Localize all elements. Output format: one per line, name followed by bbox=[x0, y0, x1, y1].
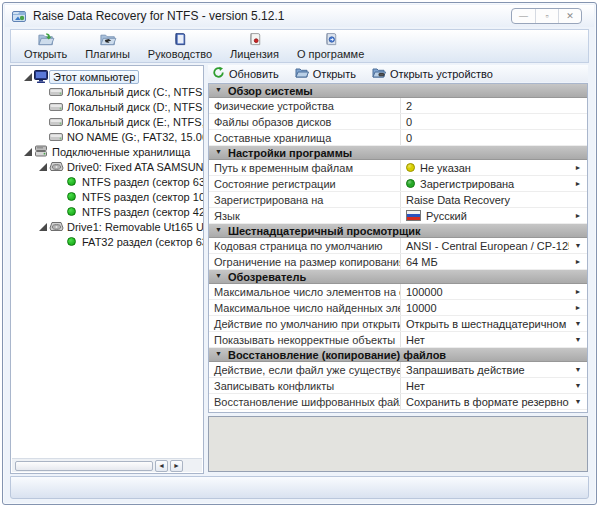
open-device-button[interactable]: Открыть устройство bbox=[372, 67, 493, 80]
property-label: Действие по умолчанию при открытии файла bbox=[209, 316, 401, 331]
property-row[interactable]: Максимальное число элементов на странице… bbox=[209, 284, 587, 300]
toolbar-button-label: Руководство bbox=[148, 48, 212, 60]
close-button[interactable]: ✕ bbox=[558, 9, 581, 23]
tree-item[interactable]: NO NAME (G:, FAT32, 15.06ГБ) bbox=[11, 129, 203, 144]
tree-item[interactable]: NTFS раздел (сектор 420340788, 97.6 bbox=[11, 204, 203, 219]
property-label: Файлы образов дисков bbox=[209, 114, 401, 129]
tree-item-label: Локальный диск (C:, NTFS, 50.69ГБ) bbox=[64, 86, 203, 98]
scroll-right-button[interactable]: ► bbox=[170, 460, 183, 472]
dropdown-arrow-icon[interactable]: ▼ bbox=[569, 336, 587, 343]
properties-toolbar: ОбновитьОткрытьОткрыть устройство bbox=[208, 65, 588, 82]
window-controls: — ▫ ✕ bbox=[511, 8, 582, 24]
tree-item[interactable]: FAT32 раздел (сектор 63, 15.06ГБ) bbox=[11, 234, 203, 249]
section-title: Обзор системы bbox=[228, 85, 313, 97]
section-header[interactable]: ▼Обозреватель bbox=[209, 270, 587, 284]
open-store-button[interactable]: Открыть bbox=[295, 67, 356, 80]
tree-item[interactable]: NTFS раздел (сектор 106318233, 149. bbox=[11, 189, 203, 204]
property-row[interactable]: Физические устройства2 bbox=[209, 98, 587, 114]
dropdown-arrow-icon[interactable]: ▼ bbox=[569, 320, 587, 327]
property-row[interactable]: ЯзыкРусский► bbox=[209, 208, 587, 224]
edit-arrow-icon[interactable]: ► bbox=[569, 164, 587, 171]
property-row[interactable]: Действие по умолчанию при открытии файла… bbox=[209, 316, 587, 332]
property-row[interactable]: Записывать конфликтыНет▼ bbox=[209, 378, 587, 394]
title-bar[interactable]: Raise Data Recovery for NTFS - version 5… bbox=[5, 5, 594, 27]
property-row[interactable]: Состояние регистрацииЗарегистрирована► bbox=[209, 176, 587, 192]
expander-icon[interactable] bbox=[38, 162, 48, 172]
tree-item-label: NTFS раздел (сектор 420340788, 97.6 bbox=[79, 206, 203, 218]
property-row[interactable]: Ограничение на размер копирования64 МБ► bbox=[209, 254, 587, 270]
property-value: Зарегистрирована bbox=[420, 178, 514, 190]
refresh-icon bbox=[212, 66, 225, 79]
partition-status-icon bbox=[67, 177, 76, 186]
property-value: Русский bbox=[426, 210, 467, 222]
tree-item[interactable]: Drive0: Fixed ATA SAMSUNG HD321KJ bbox=[11, 159, 203, 174]
expander-icon[interactable] bbox=[23, 72, 33, 82]
collapse-icon: ▼ bbox=[215, 148, 222, 155]
property-row[interactable]: Показывать некорректные объектыНет▼ bbox=[209, 332, 587, 348]
edit-arrow-icon[interactable]: ► bbox=[569, 288, 587, 295]
property-row[interactable]: Файлы образов дисков0 bbox=[209, 114, 587, 130]
open-folder-icon bbox=[295, 67, 309, 78]
maximize-button[interactable]: ▫ bbox=[535, 9, 558, 23]
minimize-button[interactable]: — bbox=[512, 9, 535, 23]
edit-arrow-icon[interactable]: ► bbox=[569, 180, 587, 187]
physical-drive-icon bbox=[49, 161, 64, 172]
partition-status-icon bbox=[67, 237, 76, 246]
section-header[interactable]: ▼Шестнадцатеричный просмотрщик bbox=[209, 224, 587, 238]
dropdown-arrow-icon[interactable]: ▼ bbox=[569, 398, 587, 405]
tree-item[interactable]: Этот компьютер bbox=[11, 69, 203, 84]
dropdown-arrow-icon[interactable]: ▼ bbox=[569, 382, 587, 389]
property-row[interactable]: Действие, если файл уже существуетЗапраш… bbox=[209, 362, 587, 378]
edit-arrow-icon[interactable]: ► bbox=[569, 304, 587, 311]
scrollbar-thumb[interactable] bbox=[15, 461, 153, 471]
property-row[interactable]: Максимальное число найденных элементов в… bbox=[209, 300, 587, 316]
property-row[interactable]: Зарегистрирована наRaise Data Recovery bbox=[209, 192, 587, 208]
tree-item-label: Локальный диск (D:, NTFS, 149.73ГБ) bbox=[64, 101, 203, 113]
manual-icon bbox=[168, 32, 192, 47]
computer-icon bbox=[34, 70, 48, 83]
property-row[interactable]: Путь к временным файламНе указан► bbox=[209, 160, 587, 176]
property-row[interactable]: Восстановление шифрованных файлов на NTF… bbox=[209, 394, 587, 410]
status-bullet-icon bbox=[406, 179, 415, 188]
dropdown-arrow-icon[interactable]: ▼ bbox=[569, 366, 587, 373]
status-bullet-icon bbox=[406, 163, 415, 172]
plugins-button[interactable]: Плагины bbox=[76, 31, 139, 61]
open-button[interactable]: Открыть bbox=[15, 31, 76, 61]
manual-button[interactable]: Руководство bbox=[139, 31, 221, 61]
expander-icon[interactable] bbox=[38, 222, 48, 232]
physical-drive-icon bbox=[49, 221, 64, 232]
about-button[interactable]: О программе bbox=[288, 31, 373, 61]
tree-item[interactable]: Drive1: Removable Ut165 USB USB2Flash bbox=[11, 219, 203, 234]
toolbar-item-label: Обновить bbox=[229, 68, 279, 80]
property-value: 100000 bbox=[406, 286, 443, 298]
collapse-icon: ▼ bbox=[215, 86, 222, 93]
tree-item[interactable]: Подключенные хранилища bbox=[11, 144, 203, 159]
tree-item[interactable]: Локальный диск (D:, NTFS, 149.73ГБ) bbox=[11, 99, 203, 114]
device-tree-panel: Этот компьютерЛокальный диск (C:, NTFS, … bbox=[10, 65, 204, 474]
property-value: 0 bbox=[406, 116, 412, 128]
edit-arrow-icon[interactable]: ► bbox=[569, 212, 587, 219]
tree-item[interactable]: NTFS раздел (сектор 63, 50.69ГБ) bbox=[11, 174, 203, 189]
tree-item[interactable]: Локальный диск (E:, NTFS, 97.65ГБ) bbox=[11, 114, 203, 129]
section-header[interactable]: ▼Обзор системы bbox=[209, 84, 587, 98]
right-pane: ОбновитьОткрытьОткрыть устройство ▼Обзор… bbox=[208, 65, 588, 474]
section-header[interactable]: ▼Настройки программы bbox=[209, 146, 587, 160]
tree-item-label: NTFS раздел (сектор 63, 50.69ГБ) bbox=[79, 176, 203, 188]
refresh-button[interactable]: Обновить bbox=[212, 66, 279, 81]
dropdown-arrow-icon[interactable]: ▼ bbox=[569, 242, 587, 249]
section-header[interactable]: ▼Восстановление (копирование) файлов bbox=[209, 348, 587, 362]
property-row[interactable]: Кодовая страница по умолчаниюANSI - Cent… bbox=[209, 238, 587, 254]
edit-arrow-icon[interactable]: ► bbox=[569, 258, 587, 265]
expander-icon[interactable] bbox=[23, 147, 33, 157]
property-label: Язык bbox=[209, 208, 401, 223]
property-label: Ограничение на размер копирования bbox=[209, 254, 401, 269]
license-button[interactable]: Лицензия bbox=[221, 31, 288, 61]
scroll-left-button[interactable]: ◄ bbox=[155, 460, 168, 472]
tree-item[interactable]: Локальный диск (C:, NTFS, 50.69ГБ) bbox=[11, 84, 203, 99]
tree-item-label: Drive1: Removable Ut165 USB USB2Flash bbox=[64, 221, 203, 233]
tree-horizontal-scrollbar[interactable]: ◄ ► bbox=[12, 458, 202, 472]
property-grid: ▼Обзор системыФизические устройства2Файл… bbox=[208, 83, 588, 413]
toolbar-item-label: Открыть bbox=[313, 68, 356, 80]
property-row[interactable]: Составные хранилища0 bbox=[209, 130, 587, 146]
property-label: Максимальное число элементов на странице bbox=[209, 284, 401, 299]
